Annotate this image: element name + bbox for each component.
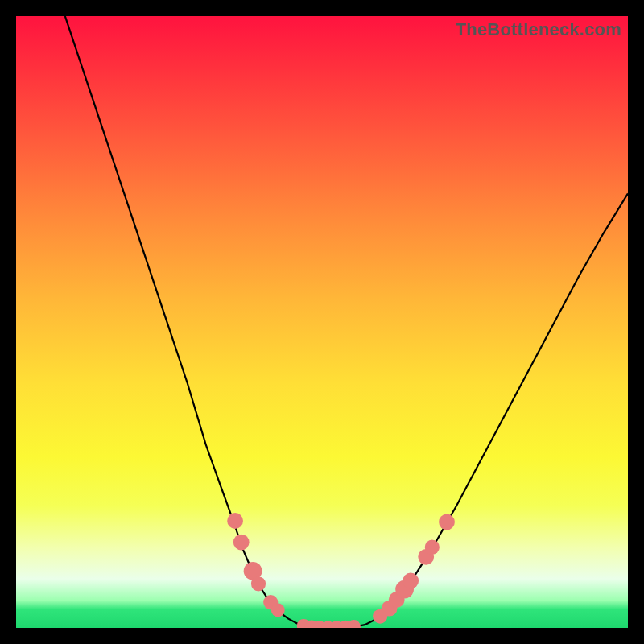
marker-left-cluster — [251, 576, 266, 591]
marker-left-cluster — [227, 513, 243, 529]
chart-frame: TheBottleneck.com — [16, 16, 628, 628]
marker-left-cluster — [271, 604, 285, 617]
marker-left-cluster — [233, 535, 250, 551]
chart-svg — [16, 16, 628, 628]
marker-right-cluster — [425, 540, 440, 555]
bottleneck-curve — [65, 16, 628, 628]
marker-floor-cluster — [347, 620, 361, 628]
data-markers — [227, 513, 455, 628]
marker-right-cluster — [402, 573, 419, 589]
marker-right-cluster — [439, 514, 455, 530]
